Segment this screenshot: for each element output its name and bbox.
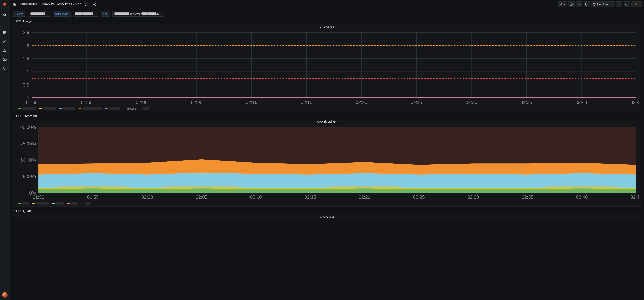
svg-text:02:05: 02:05 bbox=[196, 194, 208, 200]
var-select-pod[interactable]: ████████-apiserver-c████████gv bbox=[112, 11, 164, 17]
time-range-picker[interactable]: Last 1 hour bbox=[591, 1, 615, 7]
dashboard-title[interactable]: Kubernetes / Compute Resources / Pod bbox=[20, 2, 82, 6]
svg-text:02:40: 02:40 bbox=[576, 194, 588, 200]
svg-text:01:55: 01:55 bbox=[81, 100, 93, 105]
svg-text:01:50: 01:50 bbox=[33, 194, 44, 200]
var-label-cluster: cluster bbox=[13, 11, 25, 17]
row-title: CPU Usage bbox=[16, 19, 32, 23]
svg-text:02:00: 02:00 bbox=[141, 194, 153, 200]
row-header-cpu-quota[interactable]: CPU Quota bbox=[13, 209, 641, 212]
legend-swatch bbox=[52, 203, 55, 204]
cpu-throttling-chart[interactable]: 0%25.00%50.00%75.00%100.00%01:5001:5502:… bbox=[15, 125, 639, 200]
legend-item[interactable]: ████p bbox=[52, 202, 64, 205]
legend-swatch bbox=[105, 108, 108, 109]
svg-text:02:30: 02:30 bbox=[468, 194, 479, 200]
svg-rect-14 bbox=[15, 4, 16, 5]
row-title: CPU Throttling bbox=[16, 114, 37, 118]
svg-text:02:25: 02:25 bbox=[413, 194, 425, 200]
svg-text:02:45: 02:45 bbox=[630, 194, 639, 200]
var-label-namespace: namespace bbox=[53, 11, 71, 17]
svg-point-18 bbox=[95, 5, 96, 5]
panel-cpu-quota[interactable]: CPU Quota bbox=[13, 214, 641, 219]
dashboards-dropdown-icon[interactable] bbox=[12, 1, 18, 7]
time-range-text: Last 1 hour bbox=[597, 3, 610, 6]
svg-point-24 bbox=[579, 4, 580, 5]
legend-item[interactable]: ████ ████ bbox=[18, 107, 36, 110]
legend-swatch bbox=[18, 108, 21, 109]
legend-swatch bbox=[32, 203, 35, 204]
legend-item[interactable]: ████ bbox=[67, 202, 78, 205]
svg-text:02:30: 02:30 bbox=[466, 100, 477, 105]
shield-icon[interactable] bbox=[1, 65, 8, 72]
chevron-down-icon bbox=[13, 210, 15, 212]
legend-swatch bbox=[39, 108, 42, 109]
tv-mode-button[interactable] bbox=[584, 1, 590, 7]
zoom-out-button[interactable] bbox=[616, 1, 622, 7]
svg-text:02:00: 02:00 bbox=[136, 100, 148, 105]
legend-swatch bbox=[140, 109, 142, 109]
legend-item[interactable]: ███-metric ████ bbox=[78, 107, 102, 110]
legend-label: ██its bbox=[143, 107, 149, 110]
save-button[interactable] bbox=[568, 1, 574, 7]
share-icon[interactable] bbox=[92, 1, 98, 7]
panel-title: CPU Quota bbox=[13, 214, 641, 219]
bell-icon[interactable] bbox=[1, 47, 8, 54]
var-select-namespace[interactable]: ██████████ bbox=[73, 11, 98, 17]
settings-button[interactable] bbox=[576, 1, 582, 7]
svg-marker-15 bbox=[85, 3, 88, 5]
svg-text:0.5: 0.5 bbox=[23, 82, 29, 88]
svg-line-20 bbox=[94, 4, 95, 5]
dashboards-icon[interactable] bbox=[1, 29, 8, 36]
svg-point-10 bbox=[4, 59, 6, 60]
svg-text:2: 2 bbox=[27, 43, 29, 48]
compass-icon[interactable] bbox=[1, 38, 8, 45]
legend-item[interactable]: ███k bbox=[81, 202, 91, 205]
row-header-cpu-usage[interactable]: CPU Usage bbox=[13, 19, 641, 23]
refresh-button[interactable] bbox=[624, 1, 630, 7]
var-select-cluster[interactable]: c████████ bbox=[28, 11, 50, 17]
row-header-cpu-throttling[interactable]: CPU Throttling bbox=[13, 114, 641, 118]
svg-rect-11 bbox=[14, 3, 14, 4]
svg-line-19 bbox=[94, 3, 95, 4]
svg-text:01:55: 01:55 bbox=[87, 194, 99, 200]
svg-rect-4 bbox=[4, 31, 4, 32]
add-panel-button[interactable]: + bbox=[558, 1, 567, 7]
legend-item[interactable]: ████████ bbox=[39, 107, 56, 110]
chevron-down-icon bbox=[13, 115, 15, 117]
svg-rect-22 bbox=[562, 3, 562, 5]
panel-cpu-usage[interactable]: CPU Usage 00.511.522.501:5001:5502:0002:… bbox=[13, 24, 641, 112]
template-vars-row: cluster c████████ namespace ██████████ p… bbox=[13, 11, 641, 17]
legend-item[interactable]: requests bbox=[124, 107, 136, 110]
legend-item[interactable]: ███ ████ bbox=[59, 107, 76, 110]
search-icon[interactable] bbox=[1, 11, 8, 18]
chevron-down-icon bbox=[46, 13, 48, 15]
legend-item[interactable]: ██its bbox=[140, 107, 149, 110]
plus-icon[interactable] bbox=[1, 20, 8, 27]
star-icon[interactable] bbox=[83, 1, 90, 7]
legend-label: ████████ bbox=[36, 202, 49, 205]
var-value: c████████ bbox=[30, 12, 45, 15]
svg-text:02:05: 02:05 bbox=[191, 100, 202, 105]
gear-icon[interactable] bbox=[1, 56, 8, 63]
svg-rect-12 bbox=[15, 3, 16, 4]
panel-title[interactable]: CPU Throttling bbox=[13, 119, 641, 124]
svg-text:02:20: 02:20 bbox=[359, 194, 370, 200]
legend-item[interactable]: ████hook bbox=[105, 107, 120, 110]
legend-swatch bbox=[78, 108, 81, 109]
svg-rect-13 bbox=[14, 4, 14, 5]
svg-text:2.5: 2.5 bbox=[23, 30, 29, 35]
svg-rect-6 bbox=[4, 33, 4, 34]
svg-text:02:35: 02:35 bbox=[520, 100, 532, 105]
svg-rect-21 bbox=[560, 4, 561, 5]
user-avatar[interactable] bbox=[2, 292, 8, 298]
legend-item[interactable]: ████ bbox=[18, 202, 29, 205]
cpu-usage-chart[interactable]: 00.511.522.501:5001:5502:0002:0502:1002:… bbox=[15, 30, 639, 106]
svg-point-8 bbox=[4, 40, 6, 43]
legend-label: requests bbox=[127, 107, 136, 110]
refresh-interval-picker[interactable]: 10s bbox=[632, 1, 642, 7]
legend-swatch bbox=[124, 109, 126, 109]
grafana-logo[interactable] bbox=[2, 1, 8, 8]
legend-item[interactable]: ████████ bbox=[32, 202, 49, 205]
panel-cpu-throttling[interactable]: CPU Throttling 0%25.00%50.00%75.00%100.0… bbox=[13, 119, 641, 206]
var-label-pod: pod bbox=[101, 11, 110, 17]
